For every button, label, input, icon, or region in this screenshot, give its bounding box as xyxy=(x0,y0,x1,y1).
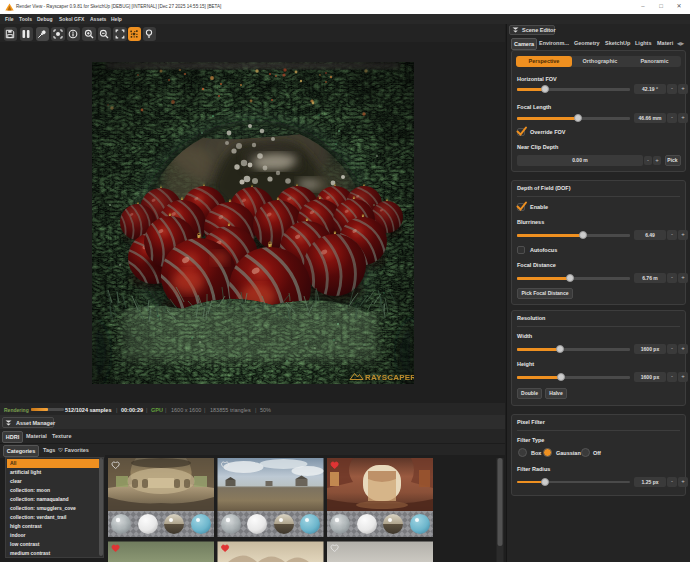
svg-text:RAYSCAPER: RAYSCAPER xyxy=(365,373,414,382)
